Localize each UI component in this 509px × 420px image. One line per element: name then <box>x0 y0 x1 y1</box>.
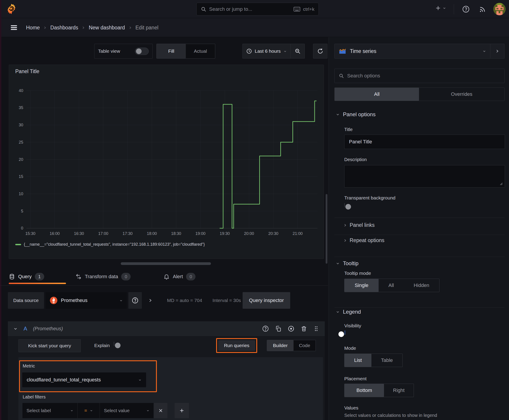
breadcrumb-home[interactable]: Home <box>26 25 40 31</box>
breadcrumb-dashboards[interactable]: Dashboards <box>50 25 78 31</box>
panel-title[interactable]: Panel Title <box>15 68 39 75</box>
section-tooltip[interactable]: Tooltip <box>336 260 358 267</box>
remove-filter-button[interactable] <box>154 403 167 418</box>
panel-links-collapsible[interactable]: Panel links <box>343 222 375 228</box>
builder-option[interactable]: Builder <box>267 340 294 351</box>
mode-list-option[interactable]: List <box>344 354 372 367</box>
query-inspector-button[interactable]: Query inspector <box>243 292 290 309</box>
news-icon[interactable] <box>479 5 486 13</box>
svg-text:20: 20 <box>19 157 23 162</box>
options-search-input[interactable] <box>347 73 500 79</box>
query-help-icon[interactable] <box>262 325 269 332</box>
panel-preview: 15:3016:0016:3017:0017:3018:0018:3019:00… <box>9 65 324 259</box>
transparent-bg-toggle[interactable] <box>344 203 345 207</box>
drag-handle-icon[interactable] <box>313 325 319 332</box>
code-option[interactable]: Code <box>294 340 316 351</box>
svg-text:19:00: 19:00 <box>196 231 205 236</box>
tooltip-all-option[interactable]: All <box>379 279 404 292</box>
expand-viz-list-icon[interactable] <box>490 44 504 58</box>
fill-option[interactable]: Fill <box>157 44 186 58</box>
add-filter-button[interactable] <box>175 403 189 418</box>
tab-alert-label: Alert <box>173 274 183 279</box>
chevron-down-icon[interactable] <box>13 326 18 331</box>
chevron-right-icon <box>129 26 132 29</box>
query-row-header[interactable]: A (Prometheus) <box>8 321 325 336</box>
tab-all[interactable]: All <box>335 88 419 101</box>
chevron-down-icon <box>336 261 340 265</box>
tab-query[interactable]: Query 1 <box>9 269 44 284</box>
zoom-out-icon[interactable] <box>291 44 304 58</box>
mode-label: Mode <box>344 345 356 351</box>
chevron-down-icon <box>336 112 340 116</box>
datasource-label: Data source <box>13 298 38 303</box>
select-label-dropdown[interactable]: Select label <box>23 403 78 418</box>
mode-table-option[interactable]: Table <box>372 354 403 367</box>
menu-icon[interactable] <box>9 23 18 32</box>
plus-icon <box>435 5 441 11</box>
delete-query-icon[interactable] <box>301 325 307 332</box>
panel-resize-handle[interactable] <box>121 262 211 265</box>
repeat-options-collapsible[interactable]: Repeat options <box>343 237 384 243</box>
operator-dropdown[interactable]: = <box>78 403 100 418</box>
metric-select[interactable]: cloudflared_tunnel_total_requests <box>22 372 146 387</box>
placement-bottom-option[interactable]: Bottom <box>344 384 384 397</box>
time-range-label: Last 6 hours <box>255 48 281 54</box>
explain-label: Explain <box>94 343 110 348</box>
svg-text:30: 30 <box>19 123 23 127</box>
chart-legend[interactable]: {__name__="cloudflared_tunnel_total_requ… <box>15 242 205 247</box>
topbar-divider <box>454 4 454 14</box>
tab-overrides[interactable]: Overrides <box>419 88 504 101</box>
breadcrumb-edit-panel: Edit panel <box>136 25 159 31</box>
datasource-picker[interactable]: Prometheus <box>46 292 127 309</box>
legend-series-label[interactable]: {__name__="cloudflared_tunnel_total_requ… <box>24 242 205 247</box>
title-label: Title <box>344 127 353 132</box>
options-search[interactable] <box>334 69 504 83</box>
section-legend-label: Legend <box>343 309 361 315</box>
select-value-dropdown[interactable]: Select value <box>100 403 153 418</box>
tab-alert-count: 0 <box>186 273 196 280</box>
builder-code-switch: Builder Code <box>267 340 316 351</box>
duplicate-query-icon[interactable] <box>275 325 282 332</box>
svg-text:16:30: 16:30 <box>74 231 84 236</box>
panel-title-input[interactable] <box>344 135 505 149</box>
section-legend[interactable]: Legend <box>336 309 361 315</box>
time-range-picker[interactable]: Last 6 hours <box>243 44 290 58</box>
disable-query-icon[interactable] <box>288 325 295 332</box>
scrollbar-thumb[interactable] <box>326 194 327 264</box>
kick-start-button[interactable]: Kick start your query <box>18 339 81 352</box>
metric-label: Metric <box>23 363 35 369</box>
tooltip-hidden-option[interactable]: Hidden <box>404 279 439 292</box>
chevron-right-icon <box>343 239 347 242</box>
svg-text:35: 35 <box>19 105 23 110</box>
table-view-toggle[interactable] <box>135 48 149 55</box>
description-textarea[interactable] <box>344 165 505 188</box>
placement-right-option[interactable]: Right <box>384 384 414 397</box>
chevron-down-icon <box>146 409 150 412</box>
search-icon <box>201 6 206 12</box>
refresh-button[interactable] <box>313 44 327 59</box>
add-menu-button[interactable] <box>435 5 446 11</box>
explain-toggle[interactable] <box>114 342 114 346</box>
visualization-picker[interactable]: Time series <box>334 44 504 59</box>
user-avatar[interactable] <box>493 3 506 16</box>
resize-grip-icon <box>499 181 503 186</box>
search-input[interactable] <box>209 6 291 12</box>
help-icon[interactable] <box>462 5 470 13</box>
tab-transform[interactable]: Transform data 0 <box>76 269 131 284</box>
timeseries-viz-icon <box>339 48 346 54</box>
section-panel-options[interactable]: Panel options <box>336 111 375 118</box>
section-panel-options-label: Panel options <box>343 111 375 118</box>
run-queries-button[interactable]: Run queries <box>218 340 255 351</box>
breadcrumb-new-dashboard[interactable]: New dashboard <box>89 25 125 31</box>
tooltip-single-option[interactable]: Single <box>344 279 379 292</box>
actual-option[interactable]: Actual <box>186 44 215 58</box>
timeseries-chart[interactable]: 15:3016:0016:3017:0017:3018:0018:3019:00… <box>9 65 324 259</box>
table-view-label: Table view <box>98 48 120 54</box>
description-label: Description <box>344 157 367 162</box>
legend-visibility-toggle[interactable] <box>345 330 345 335</box>
tab-alert[interactable]: Alert 0 <box>163 269 196 284</box>
datasource-row: Data source Prometheus MD = auto = 704 I… <box>8 292 290 309</box>
collapse-options-icon[interactable] <box>148 298 153 303</box>
datasource-help-button[interactable] <box>128 292 142 309</box>
global-search[interactable]: ctrl+k <box>196 3 319 15</box>
